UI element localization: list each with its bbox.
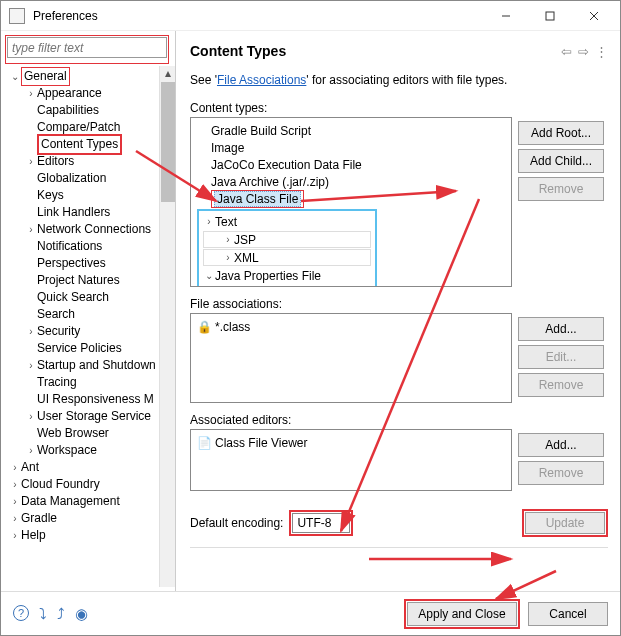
ae-item[interactable]: Class File Viewer [215,436,307,450]
ct-item[interactable]: Java Archive (.jar/.zip) [211,175,329,189]
tree-item[interactable]: UI Responsiveness M [37,391,154,408]
help-icon[interactable]: ? [13,605,29,621]
tree-item[interactable]: Startup and Shutdown [37,357,156,374]
tree-node[interactable]: Gradle [21,510,57,527]
tree-item[interactable]: Notifications [37,238,102,255]
intro-text: See 'File Associations' for associating … [190,73,608,87]
app-icon [9,8,25,24]
remove-ae-button[interactable]: Remove [518,461,604,485]
preferences-tree[interactable]: ⌄General ›Appearance Capabilities Compar… [5,66,159,587]
menu-dots-icon[interactable]: ⋮ [595,44,608,59]
tree-toggle-icon[interactable]: › [25,153,37,170]
tree-item[interactable]: Appearance [37,85,102,102]
tree-toggle-icon[interactable]: › [25,85,37,102]
tree-node-general[interactable]: General [24,69,67,83]
content-types-tree[interactable]: Gradle Build Script Image JaCoCo Executi… [190,117,512,287]
tree-item[interactable]: Network Connections [37,221,151,238]
tree-toggle-icon[interactable]: › [9,510,21,527]
ct-item[interactable]: Gradle Build Script [211,124,311,138]
remove-ct-button[interactable]: Remove [518,177,604,201]
dialog-footer: ? ⤵ ⤴ ◉ Apply and Close Cancel [1,591,620,635]
content-types-page: Content Types ⇦ ⇨ ⋮ See 'File Associatio… [176,31,620,591]
tree-toggle-icon[interactable]: › [25,442,37,459]
tree-item[interactable]: Project Natures [37,272,120,289]
record-icon[interactable]: ◉ [75,605,88,623]
file-associations-label: File associations: [190,297,608,311]
remove-fa-button[interactable]: Remove [518,373,604,397]
ct-item-selected[interactable]: Java Class File [214,191,301,207]
tree-toggle-icon[interactable]: › [25,221,37,238]
add-root-button[interactable]: Add Root... [518,121,604,145]
content-types-label: Content types: [190,101,608,115]
tree-item[interactable]: Search [37,306,75,323]
editor-icon: 📄 [197,436,211,450]
back-icon[interactable]: ⇦ [561,44,572,59]
apply-and-close-button[interactable]: Apply and Close [407,602,517,626]
tree-node[interactable]: Data Management [21,493,120,510]
tree-item[interactable]: Workspace [37,442,97,459]
tree-item[interactable]: Link Handlers [37,204,110,221]
scroll-up-icon[interactable]: ▴ [161,66,175,80]
add-fa-button[interactable]: Add... [518,317,604,341]
encoding-label: Default encoding: [190,516,283,530]
import-icon[interactable]: ⤵ [39,605,47,623]
maximize-button[interactable] [528,2,572,30]
update-button[interactable]: Update [525,512,605,534]
ct-item[interactable]: Java Properties File [215,269,321,283]
minimize-button[interactable] [484,2,528,30]
scrollbar[interactable]: ▴ [159,66,175,587]
add-ae-button[interactable]: Add... [518,433,604,457]
cancel-button[interactable]: Cancel [528,602,608,626]
tree-toggle-icon[interactable]: › [25,323,37,340]
tree-toggle-icon[interactable]: › [9,476,21,493]
ct-item[interactable]: JaCoCo Execution Data File [211,158,362,172]
tree-toggle-icon[interactable]: › [9,493,21,510]
tree-item[interactable]: Quick Search [37,289,109,306]
tree-item[interactable]: Globalization [37,170,106,187]
scrollbar-thumb[interactable] [161,82,175,202]
tree-item[interactable]: Editors [37,153,74,170]
tree-item[interactable]: Keys [37,187,64,204]
associated-editors-list[interactable]: 📄Class File Viewer [190,429,512,491]
tree-node[interactable]: Cloud Foundry [21,476,100,493]
titlebar: Preferences [1,1,620,31]
tree-item[interactable]: User Storage Service [37,408,151,425]
tree-item[interactable]: Security [37,323,80,340]
tree-item[interactable]: Tracing [37,374,77,391]
filter-input[interactable] [7,37,167,58]
tree-toggle-icon[interactable]: › [203,216,215,227]
associated-editors-label: Associated editors: [190,413,608,427]
edit-fa-button[interactable]: Edit... [518,345,604,369]
export-icon[interactable]: ⤴ [57,605,65,623]
tree-item-content-types[interactable]: Content Types [41,137,118,151]
preferences-sidebar: ⌄General ›Appearance Capabilities Compar… [1,31,176,591]
tree-node[interactable]: Help [21,527,46,544]
ct-item[interactable]: JSP [234,233,256,247]
tree-toggle-icon[interactable]: › [9,527,21,544]
tree-item[interactable]: Service Policies [37,340,122,357]
ct-item[interactable]: Text [215,215,237,229]
file-associations-link[interactable]: File Associations [217,73,306,87]
tree-toggle-icon[interactable]: › [25,408,37,425]
tree-item[interactable]: Perspectives [37,255,106,272]
tree-toggle-icon[interactable]: › [25,357,37,374]
lock-icon: 🔒 [197,320,211,334]
ct-item[interactable]: Image [211,141,244,155]
tree-toggle-icon[interactable]: › [9,459,21,476]
tree-toggle-icon[interactable]: › [222,234,234,245]
tree-node[interactable]: Ant [21,459,39,476]
ct-item[interactable]: XML [234,251,259,265]
encoding-input[interactable] [292,513,350,533]
tree-toggle-icon[interactable]: › [222,252,234,263]
page-title: Content Types [190,43,286,59]
fa-item[interactable]: *.class [215,320,250,334]
tree-toggle-icon[interactable]: ⌄ [203,270,215,281]
forward-icon[interactable]: ⇨ [578,44,589,59]
file-associations-list[interactable]: 🔒*.class [190,313,512,403]
tree-item[interactable]: Web Browser [37,425,109,442]
close-button[interactable] [572,2,616,30]
tree-item[interactable]: Capabilities [37,102,99,119]
add-child-button[interactable]: Add Child... [518,149,604,173]
svg-rect-1 [546,12,554,20]
tree-toggle-icon[interactable]: ⌄ [9,68,21,85]
